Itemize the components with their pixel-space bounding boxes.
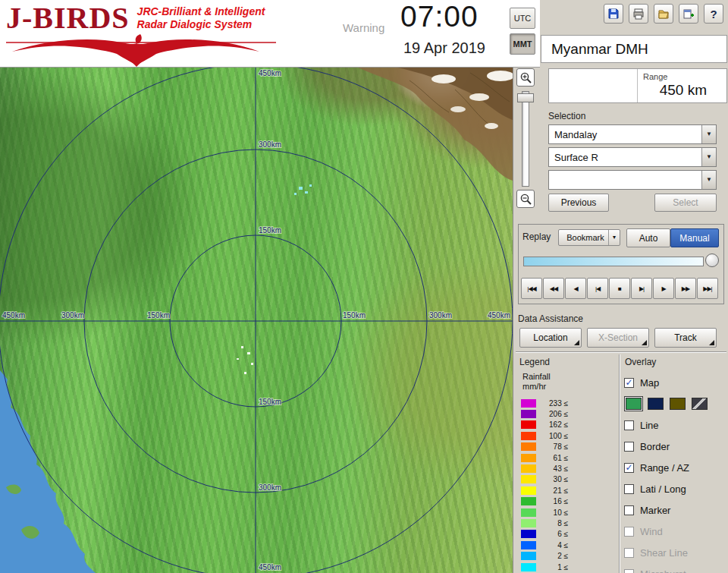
replay-slider-thumb[interactable] [705, 253, 719, 267]
extra-dropdown[interactable]: ▼ [548, 170, 717, 190]
range-ring-label: 300km [259, 140, 281, 149]
previous-button[interactable]: Previous [548, 194, 609, 212]
legend-color-swatch [521, 420, 536, 429]
skip-to-end-button[interactable]: ▶▶| [697, 278, 718, 299]
play-button[interactable]: ▶ [653, 278, 674, 299]
range-value: 450 km [660, 82, 707, 99]
chevron-down-icon[interactable]: ▾ [608, 230, 620, 245]
legend-rows: 233 ≤206 ≤162 ≤100 ≤78 ≤61 ≤43 ≤30 ≤21 ≤… [521, 398, 568, 572]
overlay-rows: ✓MapLineBorder✓Range / AZLati / LongMark… [624, 372, 727, 573]
auto-button[interactable]: Auto [626, 228, 670, 247]
lati-long-checkbox[interactable] [624, 484, 634, 494]
step-forward-button[interactable]: ▶| [631, 278, 652, 299]
header: J-BIRDS JRC-Brilliant & Intelligent Rada… [0, 0, 540, 68]
legend-color-swatch [521, 552, 536, 560]
chevron-down-icon[interactable]: ▼ [701, 125, 716, 143]
logo-title: J-BIRDS [6, 2, 130, 35]
product-dropdown[interactable]: Surface R ▼ [548, 147, 717, 167]
range-label: Range [643, 72, 667, 81]
replay-slider[interactable] [523, 257, 704, 266]
radar-map[interactable]: 450km 300km 150km 150km 300km 450km 450k… [0, 67, 513, 573]
range-ring-label: 150km [343, 311, 366, 320]
fast-forward-button[interactable]: ▶▶ [675, 278, 696, 299]
legend-row: 206 ≤ [521, 408, 568, 419]
map-color-swatch-2[interactable] [648, 398, 664, 410]
utc-button[interactable]: UTC [510, 8, 535, 29]
site-dropdown[interactable]: Mandalay ▼ [548, 124, 717, 144]
print-button[interactable] [629, 4, 648, 24]
legend-row: 43 ≤ [521, 463, 568, 474]
legend-color-swatch [521, 541, 536, 549]
marker-checkbox[interactable] [624, 505, 634, 515]
save-button[interactable] [604, 4, 623, 24]
legend-row: 21 ≤ [521, 485, 568, 496]
line-checkbox[interactable] [624, 420, 634, 430]
map-color-swatch-3[interactable] [670, 398, 686, 410]
overlay-item-lati-long[interactable]: Lati / Long [624, 478, 727, 499]
map-checkbox[interactable]: ✓ [624, 378, 634, 388]
range-ring-label: 300km [259, 483, 281, 492]
control-panel: ? Myanmar DMH Range 450 km Selection Man… [513, 0, 728, 573]
chevron-down-icon[interactable]: ▼ [701, 171, 716, 189]
overlay-item-border[interactable]: Border [624, 436, 727, 457]
overlay-item-microburst: Microburst [624, 563, 727, 573]
open-file-button[interactable] [654, 4, 673, 24]
da-button-label: X-Section [598, 332, 638, 343]
map-color-swatch-1[interactable] [626, 398, 642, 410]
border-checkbox[interactable] [624, 442, 634, 452]
chevron-down-icon[interactable]: ▼ [701, 148, 716, 166]
range-ring-label: 450km [2, 311, 25, 320]
legend-title: Rainfall [522, 372, 551, 381]
clock-date: 19 Apr 2019 [403, 39, 485, 57]
zoom-slider-thumb[interactable] [517, 93, 534, 102]
overlay-item-map[interactable]: ✓Map [624, 372, 727, 393]
section-divider [516, 351, 726, 353]
help-button[interactable]: ? [704, 4, 723, 24]
location-button[interactable]: Location [519, 328, 582, 348]
selection-label: Selection [548, 111, 585, 121]
legend-value: 6 ≤ [536, 530, 568, 538]
overlay-item-label: Border [640, 441, 670, 452]
play-reverse-button[interactable]: ◀ [565, 278, 586, 299]
legend-color-swatch [521, 508, 536, 517]
stop-button[interactable]: ■ [609, 278, 630, 299]
legend-value: 30 ≤ [536, 475, 568, 483]
data-assistance-label: Data Assistance [518, 313, 583, 324]
wind-checkbox [624, 527, 634, 537]
range-ring-label: 150km [259, 398, 281, 406]
map-color-swatch-4[interactable] [692, 398, 708, 410]
zoom-out-button[interactable] [516, 190, 535, 208]
overlay-item-label: Microburst [640, 568, 686, 573]
corner-triangle-icon [709, 340, 714, 345]
product-dropdown-value: Surface R [554, 152, 598, 163]
legend-value: 1 ≤ [536, 563, 568, 571]
track-button[interactable]: Track [654, 328, 717, 348]
site-dropdown-value: Mandalay [554, 129, 597, 140]
zoom-slider[interactable] [522, 91, 529, 187]
skip-to-start-button[interactable]: |◀◀ [521, 278, 542, 299]
eagle-icon [6, 33, 276, 67]
legend-color-swatch [521, 519, 536, 527]
legend-value: 2 ≤ [536, 552, 568, 560]
step-back-button[interactable]: |◀ [587, 278, 608, 299]
legend-heading: Legend [519, 357, 550, 367]
overlay-item-marker[interactable]: Marker [624, 499, 727, 521]
overlay-item-range-az[interactable]: ✓Range / AZ [624, 457, 727, 478]
export-button[interactable] [679, 4, 698, 24]
print-icon [632, 8, 645, 20]
overlay-item-line[interactable]: Line [624, 414, 727, 436]
zoom-in-button[interactable] [516, 68, 535, 87]
range-ring-labels: 450km 300km 150km 150km 300km 450km 450k… [2, 69, 510, 571]
manual-button[interactable]: Manual [670, 228, 719, 247]
logo-subtitle-line2: Radar Dialogic System [137, 18, 265, 31]
mmt-button[interactable]: MMT [510, 33, 535, 55]
legend-value: 4 ≤ [536, 541, 568, 549]
legend-row: 233 ≤ [521, 398, 568, 408]
fast-rewind-button[interactable]: ◀◀ [543, 278, 564, 299]
map-overlay: 450km 300km 150km 150km 300km 450km 450k… [0, 67, 513, 573]
legend-color-swatch [521, 475, 536, 483]
bookmark-button[interactable]: Bookmark ▾ [558, 229, 620, 246]
range-az-checkbox[interactable]: ✓ [624, 463, 634, 473]
range-display: Range 450 km [548, 68, 727, 103]
overlay-item-label: Marker [640, 505, 670, 516]
